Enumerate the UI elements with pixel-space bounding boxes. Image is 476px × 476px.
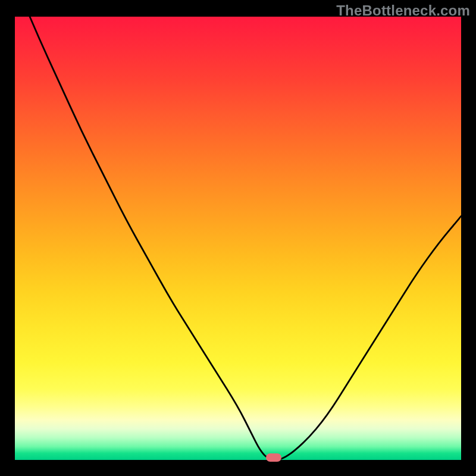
valley-marker — [266, 453, 281, 462]
watermark-text: TheBottleneck.com — [336, 2, 470, 19]
bottleneck-curve-path — [15, 17, 461, 460]
curve-svg — [15, 17, 461, 460]
plot-area — [15, 17, 461, 460]
chart-frame: TheBottleneck.com — [0, 0, 476, 476]
